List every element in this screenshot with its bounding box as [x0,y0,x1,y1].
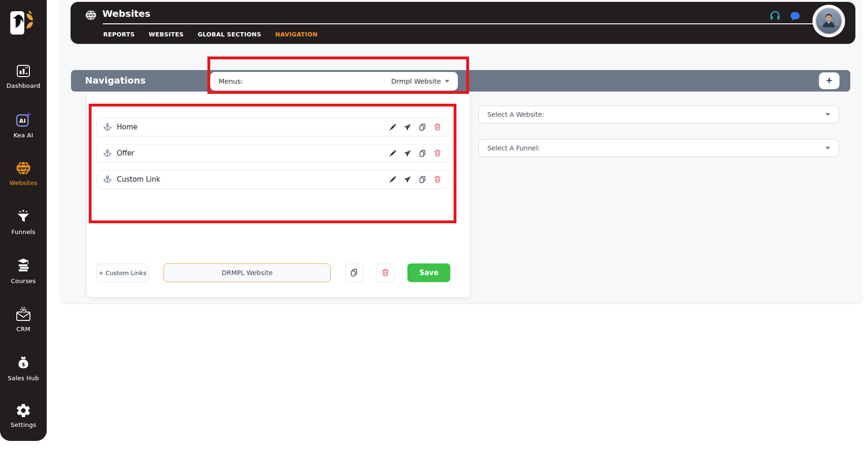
svg-text:AI: AI [19,118,26,124]
sidebar-item-label: Dashboard [0,82,47,89]
kea-logo [9,10,37,36]
save-button[interactable]: Save [407,263,450,282]
avatar-photo [815,7,842,35]
add-menu-button[interactable]: + [819,72,840,89]
tab-global-sections[interactable]: GLOBAL SECTIONS [198,31,261,38]
delete-icon [381,269,390,277]
chat-icon[interactable] [790,11,801,22]
tab-websites[interactable]: WEBSITES [149,31,184,38]
sidebar-item-label: CRM [0,326,47,333]
funnel-icon [15,209,32,226]
sidebar-item-websites[interactable]: www Websites [0,160,47,186]
tab-navigation[interactable]: NAVIGATION [275,31,318,38]
delete-menu-button[interactable] [377,263,394,282]
sidebar-item-settings[interactable]: Settings [0,403,47,428]
svg-text:www: www [18,166,29,170]
courses-icon [15,258,32,275]
custom-links-button[interactable]: + Custom Links [96,263,149,282]
sidebar-item-crm[interactable]: CRM [0,306,47,333]
kea-ai-icon: AI [14,111,32,129]
menu-name-input[interactable] [164,263,331,282]
gear-icon [15,403,31,419]
sidebar-item-label: Funnels [0,228,47,235]
header-tabs: REPORTS WEBSITES GLOBAL SECTIONS NAVIGAT… [103,31,318,38]
globe-www-icon: www [85,9,97,21]
sidebar: Dashboard AI Kea AI www Websites [0,0,47,441]
user-avatar[interactable] [812,5,845,37]
select-funnel-label: Select A Funnel: [487,144,540,152]
sidebar-item-dashboard[interactable]: Dashboard [0,63,47,89]
sidebar-item-kea-ai[interactable]: AI Kea AI [0,111,47,139]
sidebar-item-label: Websites [0,179,47,186]
svg-text:$: $ [21,362,25,368]
money-bag-icon: $ [15,355,32,372]
sidebar-item-sales-hub[interactable]: $ Sales Hub [0,355,47,382]
headphones-icon[interactable] [769,10,781,21]
sidebar-item-label: Courses [0,277,47,284]
chevron-down-icon [825,147,830,149]
header-underline [103,23,815,24]
annotation-box-menus [207,57,469,94]
svg-text:www: www [87,13,95,17]
select-funnel-dropdown[interactable]: Select A Funnel: [478,139,839,157]
page-header: www Websites REPORTS WEBSITES GLOBAL SEC… [71,2,855,44]
copy-icon [350,269,358,277]
sidebar-item-funnels[interactable]: Funnels [0,209,47,235]
globe-www-icon: www [15,160,32,177]
sidebar-item-courses[interactable]: Courses [0,258,47,284]
select-website-dropdown[interactable]: Select A Website: [478,106,839,123]
page-title: Websites [102,8,150,19]
dashboard-icon [15,63,32,79]
navigations-title: Navigations [85,75,146,85]
select-website-label: Select A Website: [487,111,544,118]
app-canvas: www Websites REPORTS WEBSITES GLOBAL SEC… [0,0,868,454]
sidebar-item-label: Kea AI [0,132,47,139]
sidebar-item-label: Settings [0,421,47,428]
sidebar-item-label: Sales Hub [0,375,47,382]
crm-icon [15,306,32,323]
copy-menu-button[interactable] [345,263,363,282]
tab-reports[interactable]: REPORTS [103,31,135,38]
chevron-down-icon [825,113,830,116]
annotation-box-nav-items [89,104,456,223]
